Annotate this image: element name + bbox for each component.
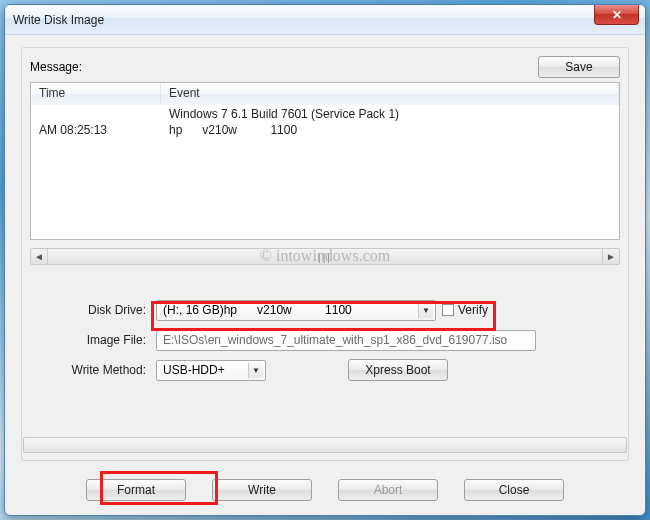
log-body: Windows 7 6.1 Build 7601 (Service Pack 1… bbox=[31, 105, 619, 139]
disk-drive-row: Disk Drive: (H:, 16 GB)hp v210w 1100 ▼ V… bbox=[30, 295, 620, 325]
column-event[interactable]: Event bbox=[161, 83, 619, 105]
disk-drive-select[interactable]: (H:, 16 GB)hp v210w 1100 ▼ bbox=[156, 300, 436, 321]
option-rows: Disk Drive: (H:, 16 GB)hp v210w 1100 ▼ V… bbox=[30, 295, 620, 385]
write-disk-image-window: Write Disk Image ✕ Message: Save Time Ev… bbox=[4, 4, 646, 516]
titlebar: Write Disk Image ✕ bbox=[5, 5, 645, 35]
log-row[interactable]: AM 08:25:13 hp v210w 1100 bbox=[31, 123, 619, 139]
progress-bar bbox=[23, 437, 627, 453]
message-row: Message: Save bbox=[30, 56, 620, 78]
write-method-row: Write Method: USB-HDD+ ▼ Xpress Boot bbox=[30, 355, 620, 385]
scroll-left-icon[interactable]: ◄ bbox=[31, 249, 48, 264]
window-title: Write Disk Image bbox=[13, 13, 104, 27]
close-icon: ✕ bbox=[612, 8, 622, 22]
log-scrollbar[interactable]: ◄ ||| ► bbox=[30, 248, 620, 265]
main-panel: Message: Save Time Event Windows 7 6.1 B… bbox=[21, 47, 629, 461]
image-file-label: Image File: bbox=[30, 333, 150, 347]
write-button[interactable]: Write bbox=[212, 479, 312, 501]
message-log[interactable]: Time Event Windows 7 6.1 Build 7601 (Ser… bbox=[30, 82, 620, 240]
close-window-button[interactable]: ✕ bbox=[594, 5, 639, 25]
message-label: Message: bbox=[30, 60, 82, 74]
write-method-select[interactable]: USB-HDD+ ▼ bbox=[156, 360, 266, 381]
chevron-down-icon: ▼ bbox=[248, 363, 263, 378]
verify-checkbox[interactable]: Verify bbox=[442, 303, 488, 317]
image-file-row: Image File: E:\ISOs\en_windows_7_ultimat… bbox=[30, 325, 620, 355]
chevron-down-icon: ▼ bbox=[418, 303, 433, 318]
scroll-grip-icon: ||| bbox=[318, 252, 332, 263]
abort-button: Abort bbox=[338, 479, 438, 501]
format-button[interactable]: Format bbox=[86, 479, 186, 501]
checkbox-box-icon bbox=[442, 304, 454, 316]
xpress-boot-button[interactable]: Xpress Boot bbox=[348, 359, 448, 381]
log-header: Time Event bbox=[31, 83, 619, 105]
log-row[interactable]: Windows 7 6.1 Build 7601 (Service Pack 1… bbox=[31, 107, 619, 123]
disk-drive-label: Disk Drive: bbox=[30, 303, 150, 317]
column-time[interactable]: Time bbox=[31, 83, 161, 105]
image-file-field[interactable]: E:\ISOs\en_windows_7_ultimate_with_sp1_x… bbox=[156, 330, 536, 351]
action-row: Format Write Abort Close bbox=[5, 479, 645, 501]
write-method-label: Write Method: bbox=[30, 363, 150, 377]
save-button[interactable]: Save bbox=[538, 56, 620, 78]
close-button[interactable]: Close bbox=[464, 479, 564, 501]
scroll-right-icon[interactable]: ► bbox=[602, 249, 619, 264]
